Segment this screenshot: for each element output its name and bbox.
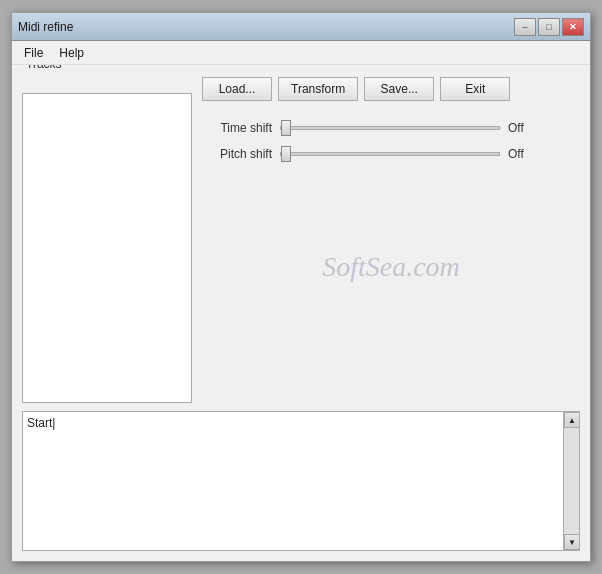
transform-button[interactable]: Transform (278, 77, 358, 101)
title-bar: Midi refine – □ ✕ (12, 13, 590, 41)
load-button[interactable]: Load... (202, 77, 272, 101)
time-shift-value: Off (508, 121, 533, 135)
pitch-shift-value: Off (508, 147, 533, 161)
save-button[interactable]: Save... (364, 77, 434, 101)
main-window: Midi refine – □ ✕ File Help Tracks Load.… (11, 12, 591, 562)
pitch-shift-label: Pitch shift (202, 147, 272, 161)
time-shift-track[interactable] (280, 126, 500, 130)
exit-button[interactable]: Exit (440, 77, 510, 101)
log-container: Start| ▲ ▼ (22, 411, 580, 551)
scroll-up-button[interactable]: ▲ (564, 412, 580, 428)
pitch-shift-row: Pitch shift Off (202, 147, 580, 161)
window-title: Midi refine (18, 20, 73, 34)
minimize-button[interactable]: – (514, 18, 536, 36)
pitch-shift-track[interactable] (280, 152, 500, 156)
maximize-button[interactable]: □ (538, 18, 560, 36)
menu-bar: File Help (12, 41, 590, 65)
main-content: Tracks Load... Transform Save... Exit So… (12, 65, 590, 561)
log-scrollbar: ▲ ▼ (563, 412, 579, 550)
close-button[interactable]: ✕ (562, 18, 584, 36)
tracks-container: Tracks (22, 75, 192, 403)
top-section: Tracks Load... Transform Save... Exit So… (22, 75, 580, 403)
window-controls: – □ ✕ (514, 18, 584, 36)
log-text: Start| (27, 416, 55, 430)
scroll-track (564, 428, 579, 534)
time-shift-thumb[interactable] (281, 120, 291, 136)
pitch-shift-thumb[interactable] (281, 146, 291, 162)
time-shift-label: Time shift (202, 121, 272, 135)
buttons-row: Load... Transform Save... Exit (202, 75, 580, 101)
time-shift-row: Time shift Off (202, 121, 580, 135)
scroll-down-button[interactable]: ▼ (564, 534, 580, 550)
menu-file[interactable]: File (16, 44, 51, 62)
watermark: SoftSea.com (322, 251, 460, 283)
right-panel: Load... Transform Save... Exit SoftSea.c… (202, 75, 580, 403)
menu-help[interactable]: Help (51, 44, 92, 62)
tracks-label: Tracks (26, 65, 62, 71)
log-area[interactable]: Start| ▲ ▼ (22, 411, 580, 551)
tracks-panel (22, 93, 192, 403)
sliders-area: SoftSea.com Time shift Off Pitch shift (202, 111, 580, 403)
